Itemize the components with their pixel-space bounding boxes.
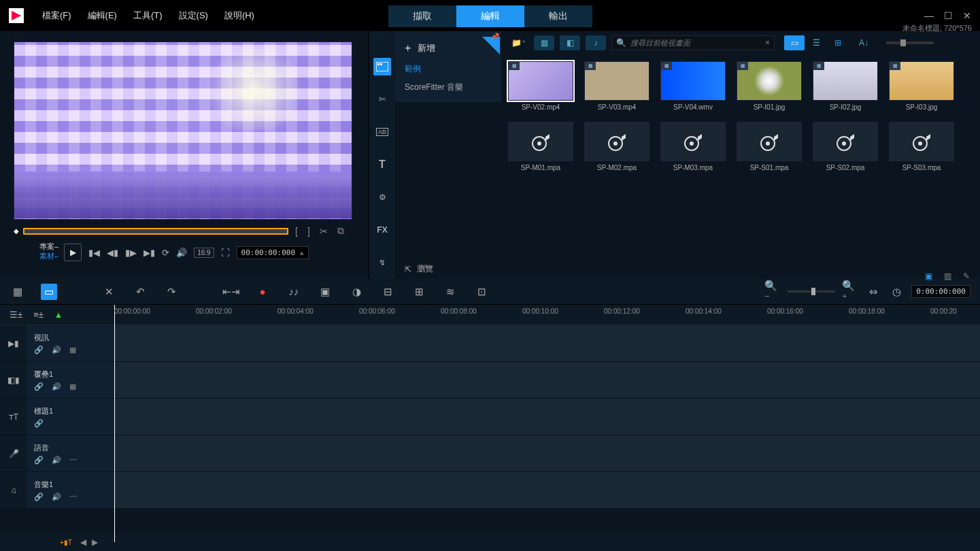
go-end-icon[interactable]: ▶▮ [143,248,155,258]
trim-icon[interactable]: ⇤⇥ [223,284,239,300]
menu-help[interactable]: 說明(H) [224,10,254,22]
scroll-left-icon[interactable]: ◀ [78,537,89,547]
thumb-zoom-slider[interactable] [886,41,934,44]
folder-examples[interactable]: 範例 [395,60,501,78]
tab-filters[interactable]: ⚙ [373,188,391,206]
volume-icon[interactable]: 🔊 [176,248,187,258]
menu-tools[interactable]: 工具(T) [133,10,163,22]
next-frame-icon[interactable]: ▮▶ [125,248,137,258]
zoom-in-icon[interactable]: 🔍⁺ [842,284,858,300]
media-thumb[interactable]: SP-S03.mpa [889,122,954,171]
import-icon[interactable]: 📁⁺ [508,35,528,50]
mark-in-icon[interactable]: [ [292,224,301,238]
tab-text[interactable]: T [373,156,391,173]
view-list-icon[interactable]: ☰ [806,35,826,50]
search-box[interactable]: 🔍 × [611,35,775,50]
track-link-icon[interactable]: 🔗 [34,456,44,465]
minimize-icon[interactable]: — [924,11,934,20]
clock-icon[interactable]: ◷ [888,284,905,300]
track-link-icon[interactable]: 🔗 [34,346,44,354]
preview-timecode[interactable]: 00:00:00:000 ▴ [237,246,309,259]
effects-icon[interactable]: ≋ [442,284,458,300]
panel-drag-handle[interactable]: : : : [369,35,395,41]
track-grid-icon[interactable]: ▦ [69,346,76,354]
panel-edit-icon[interactable]: ✎ [960,271,973,282]
view-thumb-lg-icon[interactable]: ▭ [784,35,805,50]
scroll-right-icon[interactable]: ▶ [89,537,101,547]
add-track-button[interactable]: +▮T [54,539,78,546]
media-thumb[interactable]: SP-S01.mpa [737,122,802,171]
panel-drag-handle[interactable]: : : : : : [5,34,363,40]
folder-scorefitter[interactable]: ScoreFitter 音樂 [395,78,501,97]
aspect-ratio[interactable]: 16:9 [194,248,214,258]
track-link-icon[interactable]: 🔗 [34,382,44,391]
track-type-icon[interactable]: ♫ [0,472,27,508]
fit-icon[interactable]: ⇔ [865,284,881,300]
track-vol-icon[interactable]: 🔊 [52,492,61,501]
media-thumb[interactable]: SP-M03.mpa [660,122,726,171]
sort-icon[interactable]: A↓ [854,35,874,50]
scrub-start-marker[interactable]: ◆ [14,227,19,235]
media-thumb[interactable]: ▦SP-I02.jpg [813,61,878,111]
browse-button[interactable]: ⇱ 瀏覽 [395,259,501,279]
media-thumb[interactable]: ▦SP-V02.mp4 [508,61,573,111]
maximize-icon[interactable]: ☐ [943,11,953,20]
track-vol-icon[interactable]: 🔊 [52,346,61,354]
track-wave-icon[interactable]: 〰 [69,492,77,501]
storyboard-view-icon[interactable]: ▦ [10,284,26,300]
snapshot-icon[interactable]: ⧉ [335,224,347,238]
filter-video-icon[interactable]: ▦ [534,35,554,50]
panel-layout-1-icon[interactable]: ▣ [922,271,935,282]
time-ruler[interactable]: 00:00:00:0000:00:02:0000:00:04:0000:00:0… [114,305,980,324]
track-type-icon[interactable]: ᴛT [0,399,27,435]
media-thumb[interactable]: ▦SP-V04.wmv [660,61,726,111]
panel-layout-2-icon[interactable]: ▥ [941,271,954,282]
track-vol-icon[interactable]: 🔊 [52,382,61,391]
track-grid-icon[interactable]: ▦ [69,382,76,391]
zoom-out-icon[interactable]: 🔍⁻ [764,284,781,300]
expand-icon[interactable]: ⛶ [221,248,230,258]
clear-search-icon[interactable]: × [765,38,770,48]
track-link-icon[interactable]: 🔗 [34,419,44,428]
prev-frame-icon[interactable]: ◀▮ [107,248,118,258]
track-lane[interactable] [114,472,980,508]
track-wave-icon[interactable]: 〰 [69,456,77,465]
record-icon[interactable]: ● [254,284,271,300]
marker-icon[interactable]: ▣ [317,284,333,300]
close-icon[interactable]: ✕ [962,11,972,20]
view-grid-icon[interactable]: ⊞ [828,35,848,50]
timeline-timecode[interactable]: 0:00:00:000 [911,285,970,298]
mark-out-icon[interactable]: ] [305,224,313,238]
tab-paths[interactable]: ↯ [373,254,391,271]
split-icon[interactable]: ⊞ [411,284,427,300]
track-link-icon[interactable]: 🔗 [34,492,44,501]
tab-transitions[interactable]: ✄ [373,90,391,108]
timeline-view-icon[interactable]: ▭ [41,284,57,300]
track-vol-icon[interactable]: 🔊 [52,456,61,465]
playhead[interactable] [114,305,115,542]
mode-edit[interactable]: 編輯 [456,5,524,27]
track-options-1-icon[interactable]: ☰± [10,310,22,320]
tab-media[interactable] [373,58,391,76]
go-start-icon[interactable]: ▮◀ [88,248,100,258]
media-thumb[interactable]: SP-S02.mpa [813,122,878,171]
track-options-2-icon[interactable]: ≡± [33,310,44,320]
mode-capture[interactable]: 擷取 [388,5,456,27]
loop-icon[interactable]: ⟳ [162,248,169,258]
audio-mixer-icon[interactable]: ♪♪ [286,284,302,300]
media-thumb[interactable]: ▦SP-I03.jpg [889,61,954,111]
caption-icon[interactable]: ⊟ [379,284,396,300]
play-button[interactable]: ▶ [64,244,82,261]
filter-photo-icon[interactable]: ◧ [560,35,580,50]
cut-icon[interactable]: ✂ [317,224,331,238]
tab-titles[interactable]: AB [373,123,391,141]
search-input[interactable] [630,39,761,47]
media-thumb[interactable]: SP-M02.mpa [584,122,649,171]
redo-icon[interactable]: ↷ [163,284,180,300]
track-lane[interactable] [114,435,980,471]
track-type-icon[interactable]: ▶▮ [0,325,27,361]
track-add-icon[interactable]: ▲ [54,310,63,320]
mode-output[interactable]: 輸出 [524,5,592,27]
scrub-bar[interactable] [23,228,288,235]
media-thumb[interactable]: ▦SP-V03.mp4 [584,61,649,111]
